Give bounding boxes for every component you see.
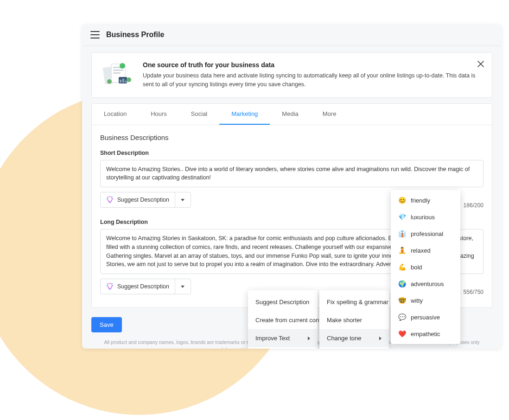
menu-change-tone[interactable]: Change tone [319,329,389,347]
bold-emoji-icon: 💪 [398,263,406,271]
app-frame: Business Profile [82,24,502,349]
tone-luxurious[interactable]: 💎luxurious [391,209,460,225]
svg-rect-8 [122,79,124,83]
tab-marketing[interactable]: Marketing [219,104,270,125]
tone-persuasive[interactable]: 💬persuasive [391,309,460,325]
tone-bold-label: bold [411,264,422,271]
menu-suggest-description-label: Suggest Description [255,299,309,305]
suggest-short-label: Suggest Description [117,197,169,203]
menu-make-shorter[interactable]: Make shorter [319,311,389,329]
svg-point-11 [107,79,112,84]
tab-hours[interactable]: Hours [139,104,179,125]
menu-create-from-current-label: Create from current content [255,317,329,324]
svg-rect-3 [113,70,123,71]
chevron-right-icon [308,337,310,340]
menu-create-from-current[interactable]: Create from current content [248,311,318,329]
tone-friendly[interactable]: 😊friendly [391,192,460,209]
menu-fix-spelling[interactable]: Fix spelling & grammar [319,293,389,311]
suggest-description-short-group: Suggest Description [100,192,191,208]
banner-body: Update your business data here and activ… [143,71,483,89]
svg-rect-13 [109,289,111,289]
menu-make-shorter-label: Make shorter [327,317,362,324]
tone-adventurous-label: adventurous [411,280,444,287]
chevron-down-icon [181,286,185,288]
tone-persuasive-label: persuasive [411,314,440,321]
suggest-description-short-button[interactable]: Suggest Description [101,192,175,207]
menu-fix-spelling-label: Fix spelling & grammar [327,299,388,305]
professional-emoji-icon: 👔 [398,230,406,237]
tone-luxurious-label: luxurious [411,214,435,221]
info-banner: One source of truth for your business da… [91,52,492,98]
topbar: Business Profile [82,24,502,46]
svg-rect-4 [113,72,121,74]
friendly-emoji-icon: 😊 [398,197,406,204]
suggest-menu-primary: Suggest Description Create from current … [248,290,318,349]
chevron-right-icon [379,337,382,340]
menu-change-tone-label: Change tone [327,335,361,342]
witty-emoji-icon: 🤓 [398,297,406,304]
svg-rect-9 [125,81,127,83]
svg-point-5 [120,63,125,69]
adventurous-emoji-icon: 🌍 [398,280,406,287]
luxurious-emoji-icon: 💎 [398,213,406,221]
suggest-long-label: Suggest Description [117,283,169,290]
tone-adventurous[interactable]: 🌍adventurous [391,275,460,292]
tone-professional[interactable]: 👔professional [391,225,460,242]
short-description-counter: 186/200 [464,202,484,209]
chevron-down-icon [181,199,185,201]
page-title: Business Profile [106,31,164,39]
suggest-description-short-caret[interactable] [175,192,191,207]
tab-more[interactable]: More [311,104,349,125]
short-description-input[interactable]: Welcome to Amazing Stories.. Dive into a… [100,160,484,188]
lightbulb-icon [106,196,114,204]
tab-media[interactable]: Media [270,104,310,125]
banner-title: One source of truth for your business da… [143,61,483,69]
tone-empathetic[interactable]: ❤️empathetic [391,325,460,342]
tone-witty-label: witty [411,297,423,304]
persuasive-emoji-icon: 💬 [398,313,406,321]
svg-point-10 [127,77,131,82]
tab-social[interactable]: Social [179,104,219,125]
banner-illustration-icon [101,61,134,85]
relaxed-emoji-icon: 🧘 [398,247,406,254]
svg-rect-7 [120,80,121,83]
tone-empathetic-label: empathetic [411,331,440,337]
tabs: Location Hours Social Marketing Media Mo… [91,103,492,125]
change-tone-submenu: 😊friendly 💎luxurious 👔professional 🧘rela… [391,190,460,344]
menu-suggest-description[interactable]: Suggest Description [248,293,318,311]
menu-improve-text-label: Improve Text [255,335,290,342]
lightbulb-icon [106,283,114,290]
suggest-description-long-caret[interactable] [175,279,191,294]
improve-text-submenu: Fix spelling & grammar Make shorter Chan… [319,290,389,349]
suggest-description-long-button[interactable]: Suggest Description [101,279,175,294]
tone-bold[interactable]: 💪bold [391,259,460,275]
panel-title: Business Descriptions [100,134,484,141]
short-description-label: Short Description [100,150,484,156]
tone-relaxed[interactable]: 🧘relaxed [391,242,460,259]
menu-improve-text[interactable]: Improve Text [248,329,318,347]
tone-witty[interactable]: 🤓witty [391,292,460,309]
close-icon[interactable] [476,59,485,69]
tone-friendly-label: friendly [411,197,430,204]
long-description-counter: 556/750 [464,289,484,295]
save-button[interactable]: Save [91,317,122,332]
suggest-description-long-group: Suggest Description [100,279,191,294]
hamburger-icon[interactable] [90,31,100,38]
svg-rect-12 [109,202,111,203]
tab-location[interactable]: Location [92,104,139,125]
tone-relaxed-label: relaxed [411,247,431,254]
tone-professional-label: professional [411,230,443,237]
empathetic-emoji-icon: ❤️ [398,330,406,337]
